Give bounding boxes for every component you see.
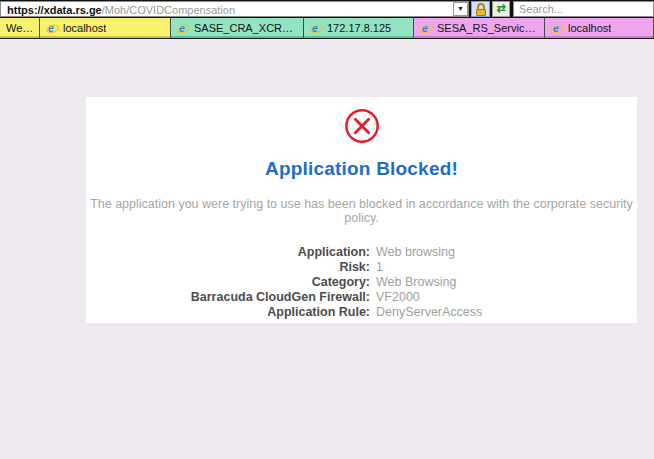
ie-browser-icon: e xyxy=(177,22,190,35)
detail-label: Category: xyxy=(86,275,370,290)
tab-label: Web Ser... xyxy=(6,22,34,34)
detail-value: Web browsing xyxy=(376,245,455,260)
search-input[interactable] xyxy=(513,1,654,17)
tab-sase-cra-xcrms[interactable]: e SASE_CRA_XCRMS_Ser... xyxy=(171,18,304,38)
block-details-list: Application: Web browsing Risk: 1 Catego… xyxy=(86,245,637,320)
tab-label: SESA_RS_Service Web ... xyxy=(437,22,539,34)
detail-row-risk: Risk: 1 xyxy=(86,260,637,275)
refresh-icon: ⇄ xyxy=(496,2,505,14)
tab-label: localhost xyxy=(568,22,611,34)
security-lock-button[interactable] xyxy=(471,1,490,17)
blocked-circle-x-icon xyxy=(343,107,381,145)
tab-bar: Web Ser... e localhost e SASE_CRA_XCRMS_… xyxy=(0,18,654,39)
url-domain: https://xdata.rs.ge xyxy=(7,4,102,16)
detail-label: Application Rule: xyxy=(86,305,370,320)
tab-label: localhost xyxy=(63,22,106,34)
page-title: Application Blocked! xyxy=(86,158,637,180)
detail-row-firewall: Barracuda CloudGen Firewall: VF2000 xyxy=(86,290,637,305)
tab-label: SASE_CRA_XCRMS_Ser... xyxy=(194,22,298,34)
tab-localhost-2[interactable]: e localhost xyxy=(545,18,654,38)
detail-value: DenyServerAccess xyxy=(376,305,482,320)
tab-sesa-rs-service[interactable]: e SESA_RS_Service Web ... xyxy=(414,18,545,38)
address-bar[interactable]: https://xdata.rs.ge/Moh/COVIDCompensatio… xyxy=(0,1,469,17)
detail-label: Barracuda CloudGen Firewall: xyxy=(86,290,370,305)
block-message-card: Application Blocked! The application you… xyxy=(86,97,637,323)
page-background: Application Blocked! The application you… xyxy=(0,39,654,459)
detail-row-category: Category: Web Browsing xyxy=(86,275,637,290)
block-description: The application you were trying to use h… xyxy=(86,197,637,225)
address-dropdown-button[interactable]: ▼ xyxy=(453,2,468,16)
browser-chrome: https://xdata.rs.ge/Moh/COVIDCompensatio… xyxy=(0,0,654,18)
tab-172-17-8-125[interactable]: e 172.17.8.125 xyxy=(304,18,414,38)
ie-browser-icon: e xyxy=(551,22,564,35)
url-path: /Moh/COVIDCompensation xyxy=(102,4,235,16)
detail-value: VF2000 xyxy=(376,290,420,305)
refresh-button[interactable]: ⇄ xyxy=(492,1,510,17)
detail-row-application-rule: Application Rule: DenyServerAccess xyxy=(86,305,637,320)
detail-value: Web Browsing xyxy=(376,275,456,290)
detail-label: Risk: xyxy=(86,260,370,275)
ie-browser-icon: e xyxy=(46,22,59,35)
ie-browser-icon: e xyxy=(420,22,433,35)
detail-label: Application: xyxy=(86,245,370,260)
detail-value: 1 xyxy=(376,260,383,275)
detail-row-application: Application: Web browsing xyxy=(86,245,637,260)
tab-label: 172.17.8.125 xyxy=(327,22,391,34)
chevron-down-icon: ▼ xyxy=(457,5,464,12)
tab-web-services[interactable]: Web Ser... xyxy=(0,18,40,38)
tab-localhost-1[interactable]: e localhost xyxy=(40,18,171,38)
lock-icon xyxy=(472,3,489,16)
ie-browser-icon: e xyxy=(310,22,323,35)
